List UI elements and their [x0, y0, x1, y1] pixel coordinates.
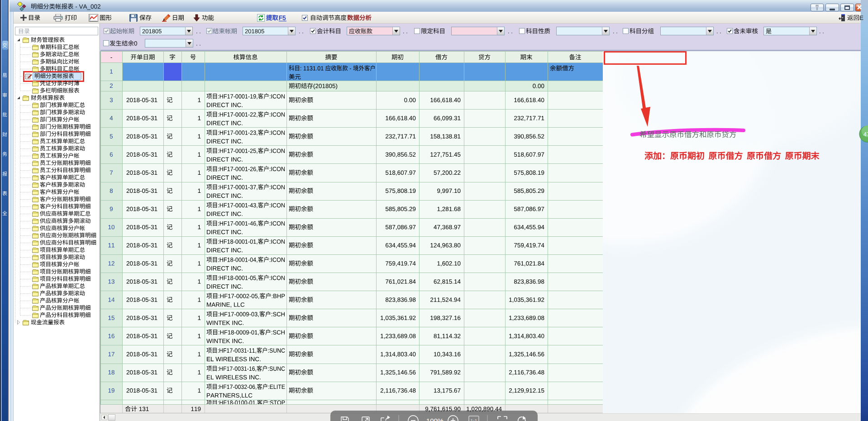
svg-text:1:1: 1:1 [470, 418, 477, 421]
svg-text:100%: 100% [426, 417, 444, 421]
